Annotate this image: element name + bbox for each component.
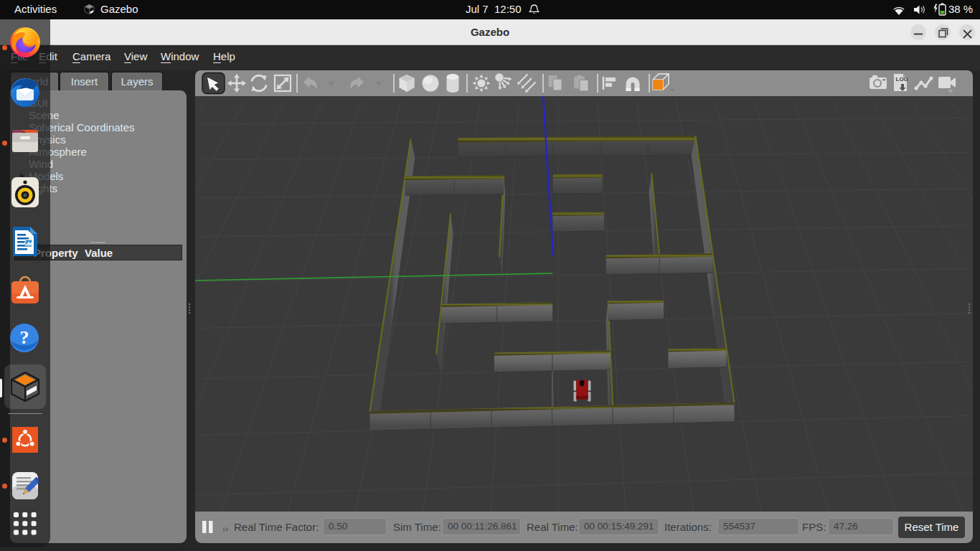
svg-text:LOG: LOG: [896, 76, 908, 83]
svg-text:?: ?: [20, 327, 29, 348]
